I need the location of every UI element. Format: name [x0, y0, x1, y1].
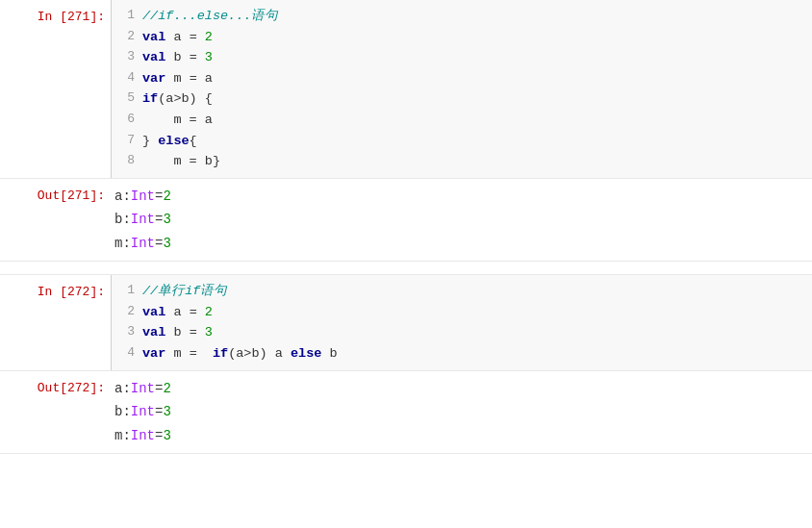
output-area: a: Int = 2b: Int = 3m: Int = 3 [111, 179, 812, 262]
line-code: val b = 3 [142, 322, 802, 343]
code-area[interactable]: 1//if...else...语句2val a = 23val b = 34va… [111, 0, 812, 178]
code-line: 4var m = a [112, 68, 802, 89]
line-number: 3 [115, 47, 142, 68]
out-type: Int [131, 208, 155, 232]
line-number: 2 [115, 302, 142, 323]
token-plain: m [142, 113, 190, 127]
token-kw-val: val [142, 30, 165, 44]
token-plain: = [190, 113, 197, 127]
token-kw-if: if [213, 346, 228, 361]
token-plain [205, 346, 213, 361]
output-label: Out[272]: [0, 371, 111, 454]
line-code: //if...else...语句 [142, 6, 802, 27]
token-plain: (a>b) a [228, 346, 291, 361]
out-var: m: [114, 232, 131, 256]
line-number: 4 [115, 68, 142, 89]
out-num: 3 [163, 400, 170, 424]
token-plain: = [190, 346, 205, 361]
token-plain: b} [197, 154, 220, 168]
output-label: Out[271]: [0, 179, 111, 262]
out-type: Int [131, 424, 155, 448]
output-cell-out271: Out[271]:a: Int = 2b: Int = 3m: Int = 3 [0, 179, 812, 263]
out-num: 3 [163, 208, 170, 232]
out-eq: = [155, 424, 163, 448]
token-plain: = [190, 305, 197, 319]
token-kw-val: val [142, 50, 165, 64]
code-line: 7} else{ [112, 131, 802, 152]
out-num: 3 [163, 232, 170, 256]
cell-label: In [272]: [0, 275, 111, 369]
code-line: 8 m = b} [112, 151, 802, 172]
output-area: a: Int = 2b: Int = 3m: Int = 3 [111, 371, 812, 454]
token-plain: a [197, 71, 213, 86]
token-plain [197, 325, 205, 339]
line-number: 3 [115, 322, 142, 343]
token-plain: (a>b) { [158, 91, 213, 106]
token-plain: a [197, 113, 213, 127]
cell-label: In [271]: [0, 0, 111, 178]
token-plain: = [190, 50, 197, 64]
output-line: b: Int = 3 [111, 208, 802, 232]
notebook: In [271]:1//if...else...语句2val a = 23val… [0, 0, 812, 528]
token-plain: b [321, 346, 337, 361]
code-line: 2val a = 2 [112, 302, 802, 323]
out-var: a: [114, 185, 131, 209]
token-plain: = [190, 154, 197, 168]
token-plain [197, 30, 205, 44]
token-plain: b [165, 325, 189, 339]
token-comment: //if...else...语句 [142, 9, 278, 23]
line-code: //单行if语句 [142, 281, 802, 302]
output-cell-out272: Out[272]:a: Int = 2b: Int = 3m: Int = 3 [0, 371, 812, 455]
code-line: 4var m = if(a>b) a else b [112, 343, 802, 365]
token-kw-if: if [142, 91, 158, 106]
line-code: m = a [142, 110, 802, 131]
line-number: 1 [115, 6, 142, 27]
code-line: 1//if...else...语句 [112, 6, 802, 27]
line-number: 4 [115, 343, 142, 365]
line-code: val a = 2 [142, 302, 802, 323]
out-eq: = [155, 185, 163, 209]
code-line: 1//单行if语句 [112, 281, 802, 302]
token-plain: = [190, 325, 197, 339]
line-code: m = b} [142, 151, 802, 172]
line-code: var m = if(a>b) a else b [142, 343, 802, 365]
out-eq: = [155, 400, 163, 424]
out-num: 3 [163, 424, 170, 448]
code-line: 5if(a>b) { [112, 88, 802, 110]
line-code: if(a>b) { [142, 88, 802, 110]
out-eq: = [155, 232, 163, 256]
line-number: 7 [115, 131, 142, 152]
output-line: a: Int = 2 [111, 377, 802, 401]
token-plain: = [190, 30, 197, 44]
line-code: val a = 2 [142, 27, 802, 48]
token-plain: m [165, 71, 189, 86]
line-code: var m = a [142, 68, 802, 89]
code-line: 2val a = 2 [112, 27, 802, 48]
line-number: 1 [115, 281, 142, 302]
token-plain: { [190, 134, 197, 148]
token-plain: b [165, 50, 189, 64]
token-kw-val: val [142, 325, 165, 339]
code-line: 6 m = a [112, 110, 802, 131]
out-num: 2 [163, 377, 170, 401]
output-line: m: Int = 3 [111, 424, 802, 448]
token-plain: a [165, 305, 189, 319]
token-plain: = [190, 71, 197, 86]
cell-spacer [0, 262, 812, 275]
line-number: 2 [115, 27, 142, 48]
output-line: a: Int = 2 [111, 185, 802, 209]
code-line: 3val b = 3 [112, 47, 802, 68]
token-plain: m [142, 154, 190, 168]
code-line: 3val b = 3 [112, 322, 802, 343]
token-kw-val: var [142, 346, 165, 361]
output-line: b: Int = 3 [111, 400, 802, 424]
line-number: 8 [115, 151, 142, 172]
line-number: 6 [115, 110, 142, 131]
code-area[interactable]: 1//单行if语句2val a = 23val b = 34var m = if… [111, 275, 812, 369]
out-var: b: [114, 208, 131, 232]
token-num: 3 [205, 325, 213, 339]
out-var: a: [114, 377, 131, 401]
input-cell-in271: In [271]:1//if...else...语句2val a = 23val… [0, 0, 812, 179]
output-line: m: Int = 3 [111, 232, 802, 256]
out-var: b: [114, 400, 131, 424]
